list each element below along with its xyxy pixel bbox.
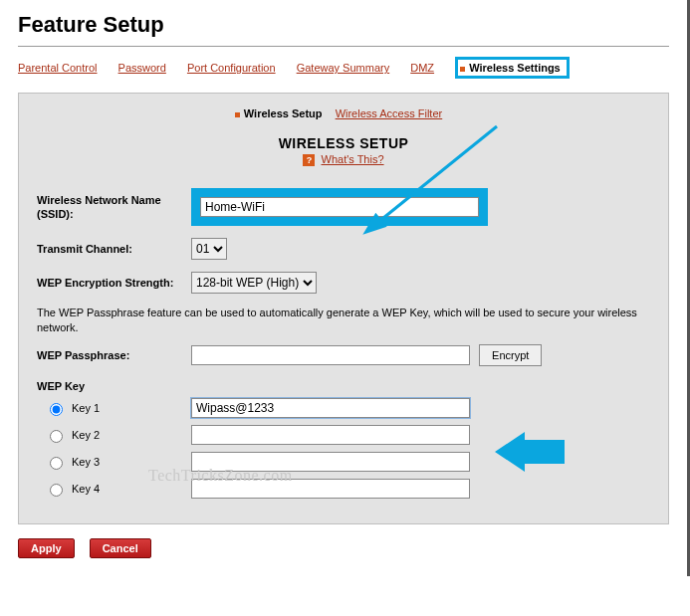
page-title: Feature Setup — [18, 12, 669, 38]
action-buttons: Apply Cancel — [18, 538, 669, 558]
key2-input[interactable] — [191, 425, 470, 445]
whats-this-row: ? What's This? — [37, 153, 650, 166]
tab-password[interactable]: Password — [118, 62, 166, 74]
tab-port-configuration[interactable]: Port Configuration — [187, 62, 276, 74]
subtab-wireless-access-filter[interactable]: Wireless Access Filter — [336, 107, 443, 119]
key4-input[interactable] — [191, 479, 470, 499]
tab-parental-control[interactable]: Parental Control — [18, 62, 98, 74]
wep-strength-label: WEP Encryption Strength: — [37, 276, 191, 290]
channel-select[interactable]: 01 — [191, 238, 227, 260]
key3-input[interactable] — [191, 452, 470, 472]
ssid-input[interactable] — [200, 197, 479, 217]
wireless-subtabs: Wireless Setup Wireless Access Filter — [37, 107, 650, 119]
annotation-highlight-tab: Wireless Settings — [455, 57, 570, 79]
passphrase-input[interactable] — [191, 345, 470, 365]
whats-this-link[interactable]: What's This? — [322, 153, 384, 165]
tab-dmz[interactable]: DMZ — [410, 62, 434, 74]
feature-tabs: Parental Control Password Port Configura… — [18, 53, 669, 89]
annotation-highlight-ssid — [191, 188, 488, 226]
passphrase-label: WEP Passphrase: — [37, 348, 191, 362]
key2-label: Key 2 — [72, 429, 100, 441]
divider — [18, 46, 669, 47]
wep-passphrase-note: The WEP Passphrase feature can be used t… — [37, 306, 650, 336]
wep-key-header: WEP Key — [37, 380, 650, 392]
wireless-panel: Wireless Setup Wireless Access Filter WI… — [18, 93, 669, 524]
key3-radio[interactable] — [50, 457, 63, 470]
tab-wireless-settings[interactable]: Wireless Settings — [460, 62, 561, 74]
key1-input[interactable] — [191, 398, 470, 418]
key4-radio[interactable] — [50, 484, 63, 497]
apply-button[interactable]: Apply — [18, 538, 75, 558]
tab-gateway-summary[interactable]: Gateway Summary — [297, 62, 390, 74]
wep-strength-select[interactable]: 128-bit WEP (High) — [191, 272, 317, 294]
key3-label: Key 3 — [72, 456, 100, 468]
key2-radio[interactable] — [50, 430, 63, 443]
cancel-button[interactable]: Cancel — [90, 538, 151, 558]
key1-label: Key 1 — [72, 402, 100, 414]
key4-label: Key 4 — [72, 483, 100, 495]
wep-key-block: WEP Key Key 1 Key 2 — [37, 380, 650, 499]
channel-label: Transmit Channel: — [37, 242, 191, 256]
subtab-wireless-setup[interactable]: Wireless Setup — [235, 107, 323, 119]
encrypt-button[interactable]: Encrypt — [479, 344, 542, 366]
key1-radio[interactable] — [50, 403, 63, 416]
ssid-label: Wireless Network Name (SSID): — [37, 193, 191, 222]
section-heading: WIRELESS SETUP — [37, 135, 650, 151]
question-icon: ? — [303, 154, 315, 166]
